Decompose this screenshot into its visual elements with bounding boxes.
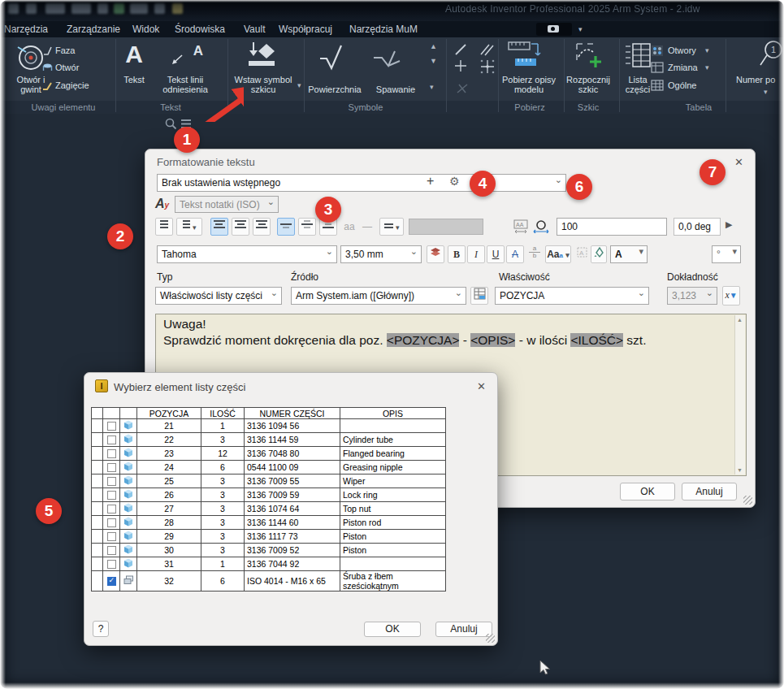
camera-dropdown-icon[interactable]: ▾ <box>578 25 583 33</box>
angle-spinner-icon[interactable]: ▶ <box>726 219 732 230</box>
italic-button[interactable]: I <box>467 245 485 263</box>
cell-numer-czesci[interactable]: 3136 1094 56 <box>245 419 340 433</box>
ribbon-button-rozpocznij-szkic[interactable]: Rozpocznij szkic <box>564 75 613 94</box>
row-selector-cell[interactable] <box>92 557 103 571</box>
checkbox-cell[interactable] <box>103 488 120 502</box>
holes-table-icon[interactable] <box>651 45 664 57</box>
ribbon-button-faza[interactable]: Faza <box>55 46 75 55</box>
align-right-button[interactable] <box>253 218 271 236</box>
cell-opis[interactable]: Flanged bearing <box>340 447 446 461</box>
cell-numer-czesci[interactable]: 3136 7048 80 <box>245 447 340 461</box>
cell-opis[interactable]: Śruba z łbem sześciokątnym <box>340 571 446 592</box>
column-header[interactable]: OPIS <box>340 408 446 419</box>
valign-middle-button[interactable] <box>298 218 316 236</box>
row-checkbox[interactable] <box>107 449 116 458</box>
cell-opis[interactable]: Cylinder tube <box>340 433 446 447</box>
font-combobox[interactable]: Tahoma⌄ <box>157 245 337 263</box>
preset-combobox[interactable]: Brak ustawienia wstępnego⌄ <box>157 174 566 192</box>
table-row[interactable]: 2460544 1100 09Greasing nipple <box>92 461 446 474</box>
ribbon-button-spawanie[interactable]: Spawanie <box>370 84 421 94</box>
cell-pozycja[interactable]: 27 <box>137 502 201 516</box>
valign-top-button[interactable] <box>277 218 295 236</box>
layers-button[interactable] <box>427 245 444 263</box>
strikethrough-button[interactable]: A <box>506 245 524 263</box>
size-combobox[interactable]: 3,50 mm⌄ <box>340 245 422 263</box>
cell-numer-czesci[interactable]: 3136 1074 64 <box>245 502 340 516</box>
cell-opis[interactable] <box>340 419 446 433</box>
surface-symbol-icon[interactable] <box>317 42 346 72</box>
row-checkbox[interactable] <box>107 518 116 527</box>
line-spacing-button[interactable]: ▾ <box>379 218 404 236</box>
add-preset-button[interactable]: + <box>427 174 434 188</box>
cell-numer-czesci[interactable]: 3136 7009 59 <box>245 488 340 502</box>
row-selector-cell[interactable] <box>92 488 103 502</box>
row-selector-cell[interactable] <box>92 447 103 461</box>
tab-wspolpracuj[interactable]: Współpracuj <box>279 24 332 35</box>
ribbon-button-numer-pozycji[interactable]: Numer po <box>736 75 775 84</box>
row-checkbox[interactable] <box>107 546 116 555</box>
numer-dropdown-icon[interactable]: ▾ <box>764 88 768 96</box>
ok-button[interactable]: OK <box>620 483 675 500</box>
ribbon-button-otwory[interactable]: Otwory <box>668 46 696 55</box>
ribbon-button-powierzchnia[interactable]: Powierzchnia <box>302 84 367 94</box>
text-tool-icon[interactable]: A <box>122 41 146 68</box>
align-left-button[interactable] <box>210 218 228 236</box>
cancel-button[interactable]: Anuluj <box>682 483 737 500</box>
table-row[interactable]: 326ISO 4014 - M16 x 65Śruba z łbem sześc… <box>92 571 446 592</box>
cell-ilosc[interactable]: 1 <box>201 557 245 571</box>
gallery-up-icon[interactable]: ▲ <box>430 42 437 50</box>
cell-opis[interactable]: Piston <box>340 544 446 557</box>
cell-pozycja[interactable]: 29 <box>137 530 201 544</box>
cell-pozycja[interactable]: 32 <box>137 571 201 592</box>
cell-ilosc[interactable]: 3 <box>201 516 245 530</box>
case-button[interactable]: Aaa ▾ <box>545 245 571 263</box>
cell-ilosc[interactable]: 12 <box>201 447 245 461</box>
property-combobox[interactable]: POZYCJA⌄ <box>495 287 649 305</box>
table-row[interactable]: 3113136 7044 92 <box>92 557 446 571</box>
retrieve-model-annotation-icon[interactable] <box>507 39 544 70</box>
cell-ilosc[interactable]: 3 <box>201 544 245 557</box>
row-selector-cell[interactable] <box>92 516 103 530</box>
appearance-icon[interactable] <box>172 3 183 14</box>
start-sketch-icon[interactable] <box>574 41 603 70</box>
print-icon[interactable] <box>97 3 108 14</box>
material-icon[interactable] <box>154 3 165 14</box>
row-selector-cell[interactable] <box>92 530 103 544</box>
checkbox-cell[interactable] <box>103 571 120 592</box>
ribbon-button-otwor[interactable]: Otwór <box>55 63 79 72</box>
insert-field-button[interactable]: x▼ <box>722 286 740 306</box>
ribbon-button-zmiana[interactable]: Zmiana <box>668 63 698 72</box>
cell-ilosc[interactable]: 6 <box>201 461 245 474</box>
checkbox-cell[interactable] <box>103 530 120 544</box>
line-icon[interactable] <box>453 42 468 57</box>
resize-grip[interactable] <box>743 496 752 505</box>
stretch-value-input[interactable]: 100 <box>557 218 667 236</box>
tab-srodowiska[interactable]: Środowiska <box>175 24 225 35</box>
parallel-lines-icon[interactable] <box>479 42 496 57</box>
select-tool-icon[interactable] <box>130 3 148 14</box>
tab-narzedzia[interactable]: Narzędzia <box>4 24 48 35</box>
ribbon-button-wstaw-symbol[interactable]: Wstaw symbol szkicu <box>227 75 299 94</box>
style-combobox[interactable]: Tekst notatki (ISO)⌄ <box>175 196 279 213</box>
bold-button[interactable]: B <box>448 245 466 263</box>
checkbox-cell[interactable] <box>103 502 120 516</box>
ribbon-button-pobierz-opisy[interactable]: Pobierz opisy modelu <box>494 75 564 94</box>
app-menu-icon[interactable] <box>8 3 19 14</box>
table-row[interactable]: 3033136 7009 52Piston <box>92 544 446 557</box>
table-row[interactable]: 2733136 1074 64Top nut <box>92 502 446 516</box>
undo-icon[interactable] <box>45 3 65 14</box>
tab-vault[interactable]: Vault <box>244 24 265 35</box>
parts-list-icon[interactable] <box>624 42 652 68</box>
text-color-combobox[interactable]: A▾ <box>610 245 648 263</box>
cell-ilosc[interactable]: 3 <box>201 530 245 544</box>
cell-ilosc[interactable]: 3 <box>201 502 245 516</box>
gallery-expand-icon[interactable]: ▾ <box>430 83 434 91</box>
ribbon-button-tekst-linii[interactable]: Tekst linii odniesienia <box>149 75 221 94</box>
row-selector-cell[interactable] <box>92 571 103 592</box>
symbol-combobox[interactable]: °▾ <box>712 245 741 263</box>
cell-pozycja[interactable]: 25 <box>137 474 201 488</box>
row-selector-cell[interactable] <box>92 433 103 447</box>
text-scrollbar[interactable]: ▲ ▼ <box>734 315 745 474</box>
cell-numer-czesci[interactable]: 0544 1100 09 <box>245 461 340 474</box>
row-checkbox[interactable] <box>107 532 116 541</box>
